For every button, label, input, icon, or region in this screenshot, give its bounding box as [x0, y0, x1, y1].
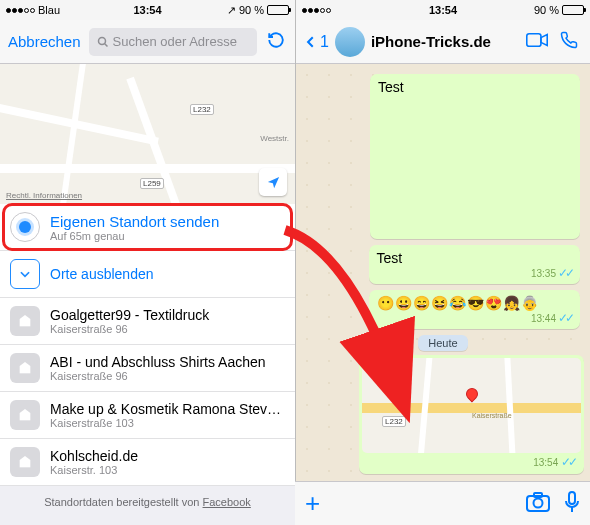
chevron-left-icon: [304, 33, 318, 51]
places-footer: Standortdaten bereitgestellt von Faceboo…: [0, 486, 295, 518]
place-title: ABI - und Abschluss Shirts Aachen: [50, 354, 285, 370]
svg-rect-2: [20, 319, 31, 326]
svg-marker-11: [541, 34, 547, 45]
status-clock: 13:54: [296, 4, 590, 16]
road-label: L259: [140, 178, 164, 189]
message-time: 13:44: [531, 313, 556, 324]
camera-button[interactable]: [526, 492, 550, 516]
status-bar: 13:54 Blau ↗ 90 %: [0, 0, 295, 20]
location-message-bubble[interactable]: L232 Kaiserstraße 13:54 ✓✓: [359, 355, 584, 474]
place-sub: Kaiserstraße 96: [50, 323, 285, 335]
contact-avatar[interactable]: [335, 27, 365, 57]
voice-call-button[interactable]: [556, 31, 582, 53]
location-picker-screen: 13:54 Blau ↗ 90 % Abbrechen Suchen oder …: [0, 0, 295, 525]
send-own-location-sub: Auf 65m genau: [50, 230, 285, 242]
location-arrow-icon: [266, 175, 281, 190]
svg-rect-8: [20, 460, 31, 467]
svg-rect-6: [20, 413, 31, 420]
chat-nav-bar: 1 iPhone-Tricks.de: [296, 20, 590, 64]
send-own-location-row[interactable]: Eigenen Standort senden Auf 65m genau: [0, 204, 295, 251]
place-row[interactable]: Make up & Kosmetik Ramona Steves -...Kai…: [0, 392, 295, 439]
place-title: Make up & Kosmetik Ramona Steves -...: [50, 401, 285, 417]
send-own-location-title: Eigenen Standort senden: [50, 213, 285, 230]
svg-line-1: [104, 43, 107, 46]
chevron-down-icon: [10, 259, 40, 289]
search-icon: [97, 36, 109, 48]
chat-input-toolbar: +: [295, 481, 590, 525]
store-icon: [10, 447, 40, 477]
road-label: Weststr.: [260, 134, 289, 143]
message-time: 13:35: [531, 268, 556, 279]
refresh-button[interactable]: [265, 31, 287, 53]
nav-bar: Abbrechen Suchen oder Adresse: [0, 20, 295, 64]
message-time: 13:54: [533, 457, 558, 468]
refresh-icon: [267, 31, 285, 49]
current-location-icon: [10, 212, 40, 242]
read-ticks-icon: ✓✓: [561, 455, 575, 469]
video-icon: [526, 32, 548, 48]
facebook-link[interactable]: Facebook: [203, 496, 251, 508]
attach-button[interactable]: +: [305, 488, 320, 519]
svg-rect-15: [569, 492, 575, 504]
place-title: Goalgetter99 - Textildruck: [50, 307, 285, 323]
footer-text: Standortdaten bereitgestellt von: [44, 496, 202, 508]
svg-marker-7: [20, 409, 31, 413]
hide-places-row[interactable]: Orte ausblenden: [0, 251, 295, 298]
message-text: 😶😀😄😆😂😎😍👧👵: [377, 295, 573, 311]
read-ticks-icon: ✓✓: [558, 266, 572, 280]
map-pin-icon: [463, 386, 480, 403]
camera-icon: [526, 492, 550, 512]
svg-marker-3: [20, 315, 31, 319]
battery-icon: [562, 5, 584, 15]
place-row[interactable]: Kohlscheid.deKaiserstr. 103: [0, 439, 295, 486]
svg-marker-5: [20, 362, 31, 366]
back-count: 1: [320, 33, 329, 51]
chat-screen: 13:54 90 % 1 iPhone-Tricks.de: [295, 0, 590, 525]
status-bar: 13:54 90 %: [296, 0, 590, 20]
hide-places-label: Orte ausblenden: [50, 266, 285, 282]
phone-icon: [560, 31, 578, 49]
place-title: Kohlscheid.de: [50, 448, 285, 464]
map-preview[interactable]: L232 L259 Weststr. Rechtl. Informationen: [0, 64, 295, 204]
road-name: Kaiserstraße: [472, 412, 512, 419]
place-row[interactable]: ABI - und Abschluss Shirts AachenKaisers…: [0, 345, 295, 392]
locate-me-button[interactable]: [259, 168, 287, 196]
store-icon: [10, 353, 40, 383]
road-label: L232: [382, 416, 406, 427]
place-sub: Kaiserstraße 96: [50, 370, 285, 382]
video-call-button[interactable]: [524, 32, 550, 52]
search-placeholder: Suchen oder Adresse: [113, 34, 237, 49]
search-input[interactable]: Suchen oder Adresse: [89, 28, 257, 56]
road-label: L232: [190, 104, 214, 115]
svg-rect-10: [527, 33, 541, 46]
cancel-button[interactable]: Abbrechen: [8, 33, 81, 50]
message-bubble[interactable]: Test: [370, 74, 580, 239]
back-button[interactable]: 1: [304, 33, 329, 51]
message-text: Test: [378, 79, 572, 95]
place-sub: Kaiserstraße 103: [50, 417, 285, 429]
message-bubble[interactable]: Test 13:35✓✓: [369, 245, 581, 284]
store-icon: [10, 400, 40, 430]
mic-icon: [564, 491, 580, 513]
mic-button[interactable]: [564, 491, 580, 517]
svg-marker-9: [20, 456, 31, 460]
message-bubble[interactable]: 😶😀😄😆😂😎😍👧👵 13:44✓✓: [369, 290, 581, 329]
message-text: Test: [377, 250, 573, 266]
svg-rect-4: [20, 366, 31, 373]
place-row[interactable]: Goalgetter99 - TextildruckKaiserstraße 9…: [0, 298, 295, 345]
status-clock: 13:54: [0, 4, 295, 16]
store-icon: [10, 306, 40, 336]
date-chip: Heute: [418, 335, 467, 351]
place-sub: Kaiserstr. 103: [50, 464, 285, 476]
read-ticks-icon: ✓✓: [558, 311, 572, 325]
battery-icon: [267, 5, 289, 15]
location-map-thumbnail[interactable]: L232 Kaiserstraße: [362, 358, 581, 453]
contact-name[interactable]: iPhone-Tricks.de: [371, 33, 518, 50]
map-legal-link[interactable]: Rechtl. Informationen: [6, 191, 82, 200]
chat-area[interactable]: Test Test 13:35✓✓ 😶😀😄😆😂😎😍👧👵 13:44✓✓ Heut…: [296, 64, 590, 481]
svg-point-0: [98, 37, 105, 44]
svg-point-13: [534, 498, 543, 507]
